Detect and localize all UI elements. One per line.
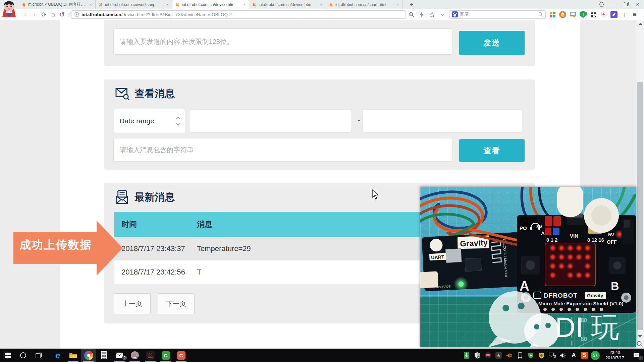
tab-chart[interactable]: iot.dfrobot.com.cn/chart.html ×: [326, 0, 403, 9]
date-range-select[interactable]: Date range: [114, 109, 185, 133]
chevron-down-icon[interactable]: [439, 10, 446, 19]
date-separator: -: [356, 115, 362, 125]
hardware-photo: 80 80: [420, 187, 636, 347]
search-icon[interactable]: [538, 12, 543, 17]
game-card-icon[interactable]: [569, 10, 577, 19]
browser-pinwheel-icon[interactable]: [81, 349, 96, 362]
search-input-placeholder[interactable]: 百度: [460, 11, 536, 17]
svg-text:Gravity: Gravity: [460, 238, 488, 248]
baidu-search-box[interactable]: 百度: [449, 10, 546, 19]
page-scrollbar[interactable]: [636, 20, 644, 349]
callout-text: 成功上传数据: [15, 237, 96, 253]
theme-skin-icon[interactable]: [598, 1, 605, 8]
menu-icon[interactable]: ≡: [631, 10, 638, 19]
tab-device-active[interactable]: iot.dfrobot.com.cn/device.htm ×: [172, 0, 249, 9]
sogou-input-icon[interactable]: S: [580, 349, 589, 362]
tab-close-icon[interactable]: ×: [242, 2, 246, 7]
previous-page-button[interactable]: 上一页: [114, 293, 151, 314]
next-page-button[interactable]: 下一页: [158, 293, 195, 314]
back-icon[interactable]: ‹: [21, 10, 30, 19]
spinner-icons[interactable]: [177, 117, 180, 125]
date-end-input[interactable]: [362, 109, 522, 133]
close-button[interactable]: ✕: [634, 1, 641, 8]
page-zoom-icon[interactable]: [408, 10, 415, 19]
forward-icon[interactable]: ›: [30, 10, 39, 19]
video-app-icon[interactable]: [143, 349, 158, 362]
network-icon[interactable]: [548, 349, 557, 362]
hardware-photo-overlay: 80 80: [420, 187, 636, 347]
calculator-icon[interactable]: [96, 349, 112, 362]
tab-close-icon[interactable]: ×: [396, 2, 400, 7]
svg-text:OFF: OFF: [607, 239, 617, 245]
clock-date: 2018/7/17: [601, 355, 628, 361]
apps-grid-icon[interactable]: [549, 10, 556, 19]
camtasia-orange-icon[interactable]: C: [173, 349, 189, 362]
scrollbar-thumb[interactable]: [637, 82, 643, 330]
download-icon[interactable]: ↓: [621, 10, 628, 19]
view-messages-card: 查看消息 Date range - 查看: [104, 79, 535, 170]
defender-shield-icon[interactable]: [473, 349, 482, 362]
usb-phone-icon[interactable]: [516, 349, 525, 362]
section-title-text: 查看消息: [135, 87, 175, 101]
action-center-icon[interactable]: 1: [630, 349, 643, 362]
mini-scroll-down-icon[interactable]: [638, 335, 642, 338]
send-button[interactable]: 发送: [459, 31, 525, 55]
speed-lightning-icon[interactable]: [418, 10, 425, 19]
cortana-button[interactable]: [15, 349, 31, 362]
message-filter-input[interactable]: [113, 138, 453, 162]
ime-language-indicator[interactable]: A: [569, 349, 578, 362]
new-tab-button[interactable]: +: [407, 1, 416, 8]
tab-close-icon[interactable]: ×: [89, 2, 93, 7]
url-text[interactable]: iot.dfrobot.com.cn/device.html#?dId=S1Bi…: [82, 12, 232, 17]
medical-shield-icon[interactable]: [600, 10, 607, 19]
gold-shield-icon[interactable]: [537, 349, 546, 362]
photo-star-icon[interactable]: [494, 349, 503, 362]
edge-browser-icon[interactable]: e: [50, 349, 65, 362]
screen-recorder-icon[interactable]: [127, 349, 143, 362]
refresh-icon[interactable]: ⟳: [40, 10, 48, 19]
svg-text:3V: 3V: [536, 224, 542, 229]
svg-text:8 12 16: 8 12 16: [587, 237, 604, 243]
start-button[interactable]: [0, 349, 15, 362]
svg-text:PO: PO: [520, 225, 527, 231]
svg-text:A: A: [541, 230, 545, 236]
security-t-shield-icon[interactable]: T: [580, 11, 587, 18]
mini-magnifier-icon[interactable]: [636, 341, 643, 349]
green-shield-icon[interactable]: [526, 349, 535, 362]
mail-icon[interactable]: 2: [112, 349, 127, 362]
recorder-tray-icon[interactable]: [483, 349, 492, 362]
task-view-button[interactable]: [31, 349, 46, 362]
undo-closed-tab-icon[interactable]: ↺: [58, 10, 66, 19]
camtasia-green-icon[interactable]: C: [158, 349, 173, 362]
muted-speaker-icon[interactable]: [505, 349, 514, 362]
purple-extension-icon[interactable]: [610, 11, 618, 18]
view-button[interactable]: 查看: [459, 139, 525, 162]
address-bar[interactable]: iot.dfrobot.com.cn/device.html#?dId=S1Bi…: [71, 10, 406, 19]
tab-close-icon[interactable]: ×: [319, 2, 323, 7]
qr-code-icon[interactable]: [590, 10, 597, 19]
send-message-input[interactable]: [113, 28, 453, 55]
volume-icon[interactable]: [558, 349, 568, 362]
scroll-up-icon[interactable]: [638, 23, 642, 25]
svg-text:Gravity: Gravity: [587, 293, 603, 298]
minimize-button[interactable]: —: [610, 1, 617, 8]
collect-star-icon[interactable]: [428, 10, 436, 19]
send-message-card: 发送: [104, 20, 535, 66]
tab-microbit-obloq[interactable]: micro:bit × OBLOQ DF创客社… ×: [19, 0, 96, 9]
shopping-hui-icon[interactable]: 惠: [559, 11, 566, 18]
taskbar-clock[interactable]: 23:43 2018/7/17: [601, 350, 628, 361]
home-icon[interactable]: ⌂: [49, 10, 58, 19]
tab-device-2[interactable]: iot.dfrobot.com.cn/device.htm ×: [249, 0, 326, 9]
usb-device-icon[interactable]: [462, 349, 471, 362]
site-shield-icon[interactable]: [74, 12, 79, 17]
baidu-logo-icon: [452, 11, 458, 17]
file-explorer-icon[interactable]: [65, 349, 81, 362]
tab-close-icon[interactable]: ×: [165, 2, 169, 7]
health-ball-indicator[interactable]: 57: [591, 349, 600, 362]
tab-workshop[interactable]: iot.dfrobot.com.cn/workshop ×: [96, 0, 172, 9]
date-start-input[interactable]: [190, 109, 351, 133]
restore-button[interactable]: [622, 1, 629, 8]
news-mail-icon: [115, 190, 129, 204]
svg-text:A: A: [520, 279, 529, 293]
latest-messages-title: 最新消息: [115, 190, 175, 204]
